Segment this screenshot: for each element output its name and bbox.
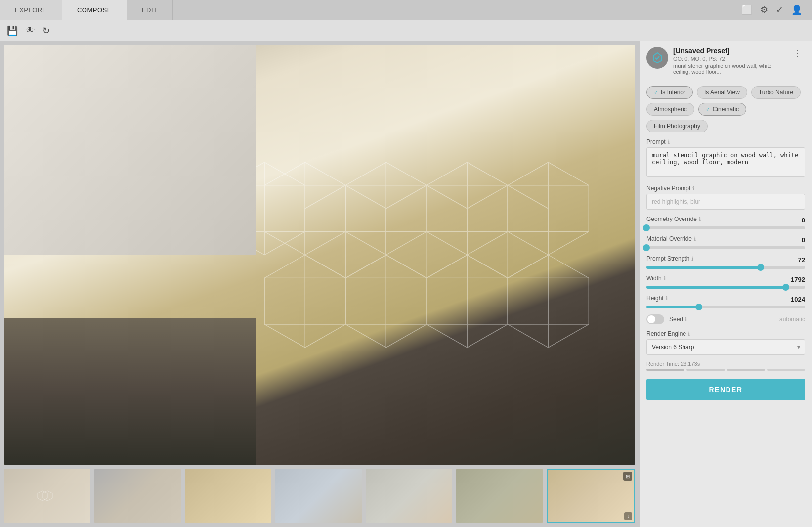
preset-desc: mural stencil graphic on wood wall, whit… — [673, 63, 785, 75]
toggle-knob — [647, 315, 655, 323]
height-track[interactable] — [646, 306, 805, 308]
material-override-header: Material Override ℹ 0 — [646, 235, 805, 244]
thumbnail-6[interactable] — [456, 469, 543, 523]
tab-edit[interactable]: EDIT — [127, 0, 173, 20]
nav-right-icons: ⬜ ⚙ ✓ 👤 — [731, 0, 812, 20]
prompt-input[interactable]: mural stencil graphic on wood wall, whit… — [646, 147, 805, 177]
render-engine-section: Render Engine ℹ Version 6 Sharp Version … — [646, 330, 805, 355]
mat-info-icon[interactable]: ℹ — [694, 236, 696, 242]
refresh-icon[interactable]: ↻ — [43, 25, 50, 36]
prompt-strength-slider: Prompt Strength ℹ 72 — [646, 255, 805, 269]
render-button[interactable]: RENDER — [646, 379, 805, 400]
prompt-strength-value: 72 — [798, 256, 805, 264]
thumbnail-1[interactable] — [4, 469, 90, 523]
style-tag-turbo-nature[interactable]: Turbo Nature — [751, 86, 801, 99]
render-bar-2 — [686, 369, 725, 371]
style-tag-film-photography[interactable]: Film Photography — [646, 120, 708, 132]
geometry-override-value: 0 — [802, 217, 805, 224]
thumbnail-4[interactable] — [275, 469, 362, 523]
width-slider: Width ℹ 1792 — [646, 275, 805, 289]
prompt-section: Prompt ℹ mural stencil graphic on wood w… — [646, 138, 805, 179]
material-override-value: 0 — [802, 236, 805, 244]
width-label: Width ℹ — [646, 275, 666, 282]
width-track[interactable] — [646, 286, 805, 289]
geometry-override-slider: Geometry Override ℹ 0 — [646, 216, 805, 229]
height-label: Height ℹ — [646, 295, 668, 302]
render-time-section: Render Time: 23.173s — [646, 361, 805, 371]
negative-prompt-info-icon[interactable]: ℹ — [692, 185, 694, 192]
main-canvas-image — [4, 45, 635, 465]
tab-explore[interactable]: EXPLORE — [0, 0, 62, 20]
top-navigation: EXPLORE COMPOSE EDIT ⬜ ⚙ ✓ 👤 — [0, 0, 812, 20]
check-icon-2: ✓ — [706, 106, 710, 113]
render-bar-1 — [646, 369, 684, 371]
negative-prompt-section: Negative Prompt ℹ — [646, 185, 805, 210]
render-time-label: Render Time: 23.173s — [646, 361, 805, 367]
render-engine-label: Render Engine ℹ — [646, 330, 805, 337]
main-layout: ⊞ ↓ [Unsaved Preset] GO: 0, MO: 0, PS: 7… — [0, 41, 812, 527]
style-tag-atmospheric[interactable]: Atmospheric — [646, 103, 694, 116]
thumbnail-5[interactable] — [366, 469, 452, 523]
render-engine-select[interactable]: Version 6 Sharp Version 6 Version 5 — [646, 339, 805, 355]
thumbnail-icon: ⊞ — [623, 472, 632, 481]
preset-meta: GO: 0, MO: 0, PS: 72 — [673, 56, 785, 62]
check-icon: ✓ — [654, 89, 658, 96]
render-bars — [646, 369, 805, 371]
thumbnail-strip: ⊞ ↓ — [4, 469, 635, 523]
style-tag-is-aerial-view[interactable]: Is Aerial View — [697, 86, 747, 99]
check-icon[interactable]: ✓ — [776, 4, 783, 15]
canvas-area: ⊞ ↓ — [0, 41, 639, 527]
material-override-slider: Material Override ℹ 0 — [646, 235, 805, 249]
height-slider: Height ℹ 1024 — [646, 295, 805, 308]
preset-name: [Unsaved Preset] — [673, 47, 785, 55]
preset-info: [Unsaved Preset] GO: 0, MO: 0, PS: 72 mu… — [673, 47, 785, 75]
thumbnail-2[interactable] — [94, 469, 181, 523]
render-bar-4 — [767, 369, 805, 371]
width-value: 1792 — [791, 276, 805, 283]
prompt-label: Prompt ℹ — [646, 138, 805, 145]
geometry-override-label: Geometry Override ℹ — [646, 216, 701, 222]
style-tags-container: ✓ Is Interior Is Aerial View Turbo Natur… — [646, 86, 805, 132]
prompt-strength-label: Prompt Strength ℹ — [646, 255, 693, 262]
save-icon[interactable]: 💾 — [7, 25, 18, 36]
seed-row: Seed ℹ automatic — [646, 314, 805, 324]
negative-prompt-label: Negative Prompt ℹ — [646, 185, 805, 192]
prompt-info-icon[interactable]: ℹ — [668, 139, 670, 145]
seed-toggle[interactable] — [646, 314, 664, 324]
width-info-icon[interactable]: ℹ — [664, 275, 666, 282]
seed-info-icon[interactable]: ℹ — [685, 316, 687, 323]
preset-avatar — [646, 47, 668, 69]
height-header: Height ℹ 1024 — [646, 295, 805, 304]
material-override-label: Material Override ℹ — [646, 235, 696, 242]
geometry-override-header: Geometry Override ℹ 0 — [646, 216, 805, 224]
prompt-strength-track[interactable] — [646, 266, 805, 269]
geometry-override-track[interactable] — [646, 226, 805, 229]
user-icon[interactable]: 👤 — [791, 4, 802, 15]
tab-compose[interactable]: COMPOSE — [62, 0, 127, 20]
render-engine-select-wrapper: Version 6 Sharp Version 6 Version 5 — [646, 339, 805, 355]
thumbnail-7[interactable]: ⊞ ↓ — [547, 469, 635, 523]
render-engine-info-icon[interactable]: ℹ — [688, 331, 690, 337]
material-override-track[interactable] — [646, 246, 805, 249]
right-panel: [Unsaved Preset] GO: 0, MO: 0, PS: 72 mu… — [639, 41, 812, 527]
geo-info-icon[interactable]: ℹ — [699, 216, 701, 222]
height-info-icon[interactable]: ℹ — [666, 295, 668, 302]
preset-header: [Unsaved Preset] GO: 0, MO: 0, PS: 72 mu… — [646, 47, 805, 80]
prompt-strength-header: Prompt Strength ℹ 72 — [646, 255, 805, 264]
ps-info-icon[interactable]: ℹ — [691, 256, 693, 262]
thumbnail-3[interactable] — [185, 469, 271, 523]
height-value: 1024 — [791, 296, 805, 303]
style-tag-is-interior[interactable]: ✓ Is Interior — [646, 86, 693, 99]
seed-label: Seed ℹ — [669, 316, 687, 323]
style-tag-cinematic[interactable]: ✓ Cinematic — [698, 103, 746, 116]
seed-value: automatic — [779, 316, 805, 323]
folder-icon[interactable]: ⬜ — [741, 4, 752, 15]
render-bar-3 — [727, 369, 765, 371]
gear-icon[interactable]: ⚙ — [760, 4, 768, 15]
width-header: Width ℹ 1792 — [646, 275, 805, 284]
toolbar: 💾 👁 ↻ — [0, 20, 812, 41]
negative-prompt-input[interactable] — [646, 194, 805, 210]
preset-menu-button[interactable]: ⋮ — [790, 47, 805, 60]
preview-icon[interactable]: 👁 — [26, 25, 35, 36]
